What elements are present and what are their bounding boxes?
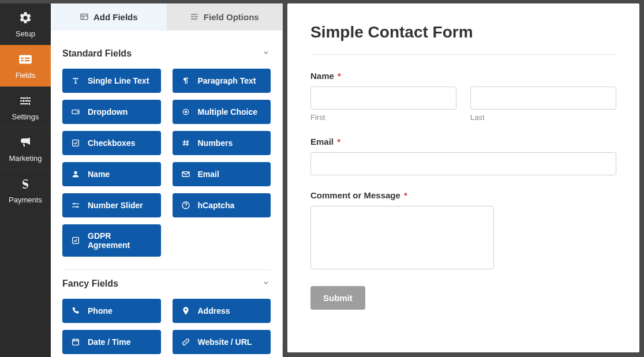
panel-tabs: Add Fields Field Options: [51, 3, 282, 31]
text-icon: [70, 76, 81, 86]
label-text: Name: [310, 71, 334, 81]
rail-item-payments[interactable]: Payments: [0, 170, 51, 211]
input-email[interactable]: [310, 152, 616, 175]
rail-item-marketing[interactable]: Marketing: [0, 128, 51, 170]
field-label: Dropdown: [88, 107, 128, 117]
form-preview: Simple Contact Form Name * First Last Em…: [287, 3, 639, 352]
field-single-line-text[interactable]: Single Line Text: [62, 69, 161, 93]
field-group-name: Name * First Last: [310, 71, 616, 122]
rail-item-fields[interactable]: Fields: [0, 45, 51, 87]
submit-button[interactable]: Submit: [310, 286, 365, 310]
label-text: Comment or Message: [310, 190, 400, 200]
rail-label: Setup: [16, 29, 35, 38]
form-icon: [17, 51, 33, 67]
field-gdpr-agreement[interactable]: GDPR Agreement: [62, 224, 161, 257]
svg-point-19: [185, 309, 186, 310]
fancy-fields-grid: Phone Address Date / Time Website / URL: [62, 299, 271, 354]
field-multiple-choice[interactable]: Multiple Choice: [173, 100, 271, 124]
field-address[interactable]: Address: [173, 299, 271, 323]
field-email[interactable]: Email: [173, 162, 271, 186]
field-hcaptcha[interactable]: hCaptcha: [173, 193, 271, 217]
field-label: Paragraph Text: [198, 76, 256, 85]
svg-rect-1: [21, 58, 23, 59]
rail-item-settings[interactable]: Settings: [0, 87, 51, 128]
svg-rect-11: [73, 140, 79, 146]
section-header-standard[interactable]: Standard Fields: [62, 40, 271, 69]
sliders-icon: [17, 93, 33, 109]
input-last-name[interactable]: [470, 87, 616, 110]
field-paragraph-text[interactable]: Paragraph Text: [173, 69, 271, 93]
field-label: Name: [88, 170, 110, 179]
required-asterisk: *: [338, 71, 341, 81]
field-numbers[interactable]: Numbers: [173, 131, 271, 155]
options-icon: [190, 12, 199, 21]
field-phone[interactable]: Phone: [62, 299, 161, 323]
rail-label: Settings: [12, 112, 39, 121]
field-label: hCaptcha: [198, 201, 235, 210]
field-label: Single Line Text: [88, 76, 149, 85]
help-icon: [181, 200, 191, 211]
sublabel-first: First: [310, 113, 456, 122]
label-text: Email: [310, 137, 334, 146]
svg-rect-18: [73, 237, 79, 243]
svg-rect-0: [19, 55, 32, 63]
svg-point-15: [76, 206, 78, 208]
rail-item-setup[interactable]: Setup: [0, 3, 51, 45]
title-divider: [310, 54, 616, 55]
tab-add-fields[interactable]: Add Fields: [51, 3, 167, 31]
label-comment: Comment or Message *: [310, 190, 616, 200]
hash-icon: [181, 138, 191, 148]
preview-wrapper: Simple Contact Form Name * First Last Em…: [283, 0, 644, 357]
checkbox-icon: [70, 235, 81, 246]
slider-icon: [70, 200, 81, 211]
rail-label: Marketing: [9, 154, 42, 163]
user-icon: [70, 169, 81, 179]
form-title: Simple Contact Form: [310, 23, 616, 42]
fields-panel: Add Fields Field Options Standard Fields…: [51, 0, 283, 357]
calendar-icon: [70, 337, 81, 347]
field-dropdown[interactable]: Dropdown: [62, 100, 161, 124]
field-website-url[interactable]: Website / URL: [173, 330, 271, 354]
gear-icon: [17, 10, 33, 26]
label-name: Name *: [310, 71, 616, 81]
svg-point-12: [74, 171, 77, 174]
dropdown-icon: [70, 107, 81, 117]
field-label: Phone: [88, 306, 113, 315]
paragraph-icon: [181, 76, 191, 86]
sublabel-last: Last: [470, 113, 616, 122]
required-asterisk: *: [404, 190, 407, 200]
section-header-fancy[interactable]: Fancy Fields: [62, 270, 271, 299]
dollar-icon: [17, 176, 33, 192]
field-label: Website / URL: [198, 337, 252, 347]
phone-icon: [70, 306, 81, 316]
field-label: Address: [198, 306, 230, 315]
section-title: Fancy Fields: [62, 279, 118, 289]
svg-rect-3: [25, 58, 30, 59]
pin-icon: [181, 306, 191, 316]
field-label: Checkboxes: [88, 138, 135, 148]
field-date-time[interactable]: Date / Time: [62, 330, 161, 354]
rail-label: Payments: [9, 196, 42, 204]
tab-label: Add Fields: [93, 12, 138, 22]
svg-point-17: [185, 206, 186, 207]
svg-rect-20: [73, 339, 79, 345]
field-checkboxes[interactable]: Checkboxes: [62, 131, 161, 155]
field-label: Date / Time: [88, 337, 130, 347]
field-number-slider[interactable]: Number Slider: [62, 193, 161, 217]
checkbox-icon: [70, 138, 81, 148]
field-label: Multiple Choice: [198, 107, 257, 117]
field-group-email: Email *: [310, 137, 616, 175]
chevron-down-icon: [261, 278, 271, 290]
svg-point-14: [73, 203, 75, 205]
field-group-comment: Comment or Message *: [310, 190, 616, 271]
svg-rect-5: [81, 14, 88, 20]
tab-label: Field Options: [204, 12, 259, 22]
radio-icon: [181, 107, 191, 117]
field-label: GDPR Agreement: [88, 231, 153, 250]
input-first-name[interactable]: [310, 87, 456, 110]
input-comment[interactable]: [310, 206, 494, 269]
field-name[interactable]: Name: [62, 162, 161, 186]
layout-icon: [80, 12, 89, 21]
tab-field-options[interactable]: Field Options: [167, 3, 283, 31]
field-label: Email: [198, 170, 219, 179]
